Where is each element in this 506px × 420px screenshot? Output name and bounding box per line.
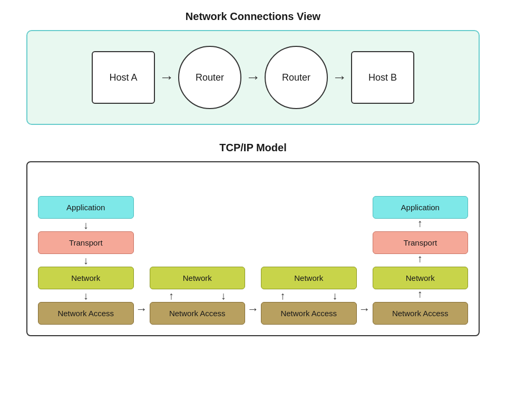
host-a-label: Host A — [109, 72, 137, 83]
router-1-netaccess: Network Access — [150, 302, 246, 325]
arrow-transport-to-app-b: ↓ — [417, 219, 423, 231]
network-connections-title: Network Connections View — [26, 11, 480, 23]
host-b-netaccess: Network Access — [373, 302, 469, 325]
router-2-stack: Network ↑ ↓ Network Access — [261, 175, 357, 325]
host-a-transport: Transport — [38, 231, 134, 254]
arrow-up-router2-network-left: ↑ — [280, 290, 285, 302]
arrow-down-router1-network-right: ↓ — [221, 290, 226, 302]
host-b-stack: Application ↓ Transport ↓ Network ↓ Netw… — [373, 196, 469, 325]
router-1-stack: Network ↑ ↓ Network Access — [150, 175, 246, 325]
arrow-netaccess-2-to-3: → — [245, 302, 261, 325]
arrow-router1-to-router2: → — [246, 70, 260, 85]
router-1-label: Router — [196, 72, 224, 83]
host-a-netaccess: Network Access — [38, 302, 134, 325]
arrow-router2-to-host-b: → — [332, 70, 347, 85]
host-a-node: Host A — [92, 51, 155, 104]
host-b-node: Host B — [351, 51, 414, 104]
arrow-host-a-to-router1: → — [159, 70, 174, 85]
arrow-netaccess-to-network-b: ↓ — [417, 289, 423, 302]
router-2-label: Router — [282, 72, 310, 83]
arrow-netaccess-3-to-4: → — [357, 302, 373, 325]
network-connections-section: Network Connections View Host A → Router… — [26, 11, 480, 125]
network-connections-diagram: Host A → Router → Router → Host B — [26, 30, 480, 125]
arrow-up-router1-network-left: ↑ — [169, 290, 174, 302]
tcpip-diagram: Application ↓ Transport ↓ Network ↓ Netw… — [26, 161, 480, 336]
host-b-label: Host B — [368, 72, 397, 83]
arrow-transport-to-network-a: ↓ — [83, 254, 89, 267]
router-2-netaccess: Network Access — [261, 302, 357, 325]
tcpip-title: TCP/IP Model — [26, 142, 480, 154]
arrow-network-to-netaccess-a: ↓ — [83, 289, 89, 302]
tcpip-section: TCP/IP Model Application ↓ Transport ↓ N… — [26, 142, 480, 336]
router-2-node: Router — [265, 46, 328, 109]
host-b-network: Network — [373, 267, 469, 289]
host-a-application: Application — [38, 196, 134, 219]
host-b-transport: Transport — [373, 231, 469, 254]
host-b-application: Application — [373, 196, 469, 219]
arrow-netaccess-1-to-2: → — [134, 302, 150, 325]
host-a-network: Network — [38, 267, 134, 289]
router-1-node: Router — [178, 46, 241, 109]
router-2-network: Network — [261, 267, 357, 289]
arrow-app-to-transport-a: ↓ — [83, 219, 89, 231]
router-1-network: Network — [150, 267, 246, 289]
host-a-stack: Application ↓ Transport ↓ Network ↓ Netw… — [38, 196, 134, 325]
arrow-network-to-transport-b: ↓ — [417, 254, 423, 267]
arrow-down-router2-network-right: ↓ — [332, 290, 337, 302]
